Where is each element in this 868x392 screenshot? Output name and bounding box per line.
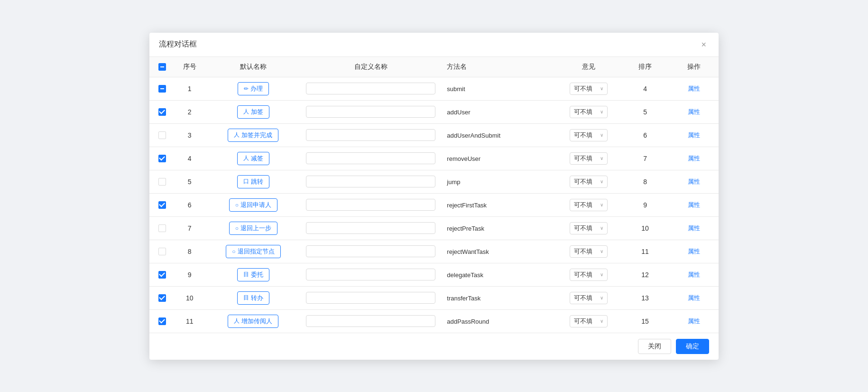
row-default-name-5: 口 跳转 xyxy=(204,170,303,193)
default-name-btn-8[interactable]: ○ 退回指定节点 xyxy=(226,245,280,258)
header-checkbox[interactable] xyxy=(158,63,166,71)
col-header-method-name: 方法名 xyxy=(439,57,557,77)
row-seq-2: 2 xyxy=(175,100,204,123)
row-method-name-8: rejectWantTask xyxy=(439,240,557,263)
action-link-7[interactable]: 属性 xyxy=(688,224,700,232)
row-default-name-1: ✏ 办理 xyxy=(204,77,303,100)
opinion-select-10[interactable]: 可不填 ∨ xyxy=(570,292,608,304)
custom-name-input-11[interactable] xyxy=(306,315,435,327)
default-name-btn-9[interactable]: 目 委托 xyxy=(237,268,269,281)
method-name-text-11: addPassRound xyxy=(447,318,489,325)
row-checkbox-cell xyxy=(149,309,175,333)
confirm-button[interactable]: 确定 xyxy=(676,339,709,354)
default-name-btn-5[interactable]: 口 跳转 xyxy=(237,175,269,188)
row-checkbox-8[interactable] xyxy=(158,248,166,255)
default-name-label-9: 委托 xyxy=(251,271,263,279)
cancel-button[interactable]: 关闭 xyxy=(638,339,671,354)
action-link-6[interactable]: 属性 xyxy=(688,201,700,208)
opinion-select-9[interactable]: 可不填 ∨ xyxy=(570,269,608,281)
opinion-select-2[interactable]: 可不填 ∨ xyxy=(570,106,608,118)
default-name-btn-7[interactable]: ○ 退回上一步 xyxy=(229,222,277,235)
row-checkbox-7[interactable] xyxy=(158,224,166,232)
opinion-dropdown-arrow-10: ∨ xyxy=(600,295,603,300)
method-name-text-4: removeUser xyxy=(447,155,480,162)
default-name-icon-4: 人 xyxy=(243,154,249,162)
action-link-2[interactable]: 属性 xyxy=(688,108,700,115)
opinion-select-7[interactable]: 可不填 ∨ xyxy=(570,222,608,234)
custom-name-input-7[interactable] xyxy=(306,222,435,234)
default-name-label-11: 增加传阅人 xyxy=(241,317,272,326)
row-checkbox-1[interactable] xyxy=(158,85,166,93)
opinion-select-8[interactable]: 可不填 ∨ xyxy=(570,245,608,258)
row-method-name-10: transferTask xyxy=(439,286,557,309)
row-checkbox-5[interactable] xyxy=(158,178,166,186)
default-name-btn-3[interactable]: 人 加签并完成 xyxy=(228,129,278,142)
method-name-text-5: jump xyxy=(447,178,460,186)
opinion-dropdown-arrow-3: ∨ xyxy=(600,132,603,138)
action-link-9[interactable]: 属性 xyxy=(688,271,700,278)
custom-name-input-3[interactable] xyxy=(306,129,435,141)
row-checkbox-11[interactable] xyxy=(158,317,166,325)
custom-name-input-5[interactable] xyxy=(306,176,435,187)
row-checkbox-cell xyxy=(149,286,175,309)
row-order-7: 10 xyxy=(620,216,669,240)
action-link-10[interactable]: 属性 xyxy=(688,294,700,301)
action-link-8[interactable]: 属性 xyxy=(688,248,700,255)
row-custom-name-11 xyxy=(302,309,439,333)
action-link-11[interactable]: 属性 xyxy=(688,317,700,325)
row-checkbox-4[interactable] xyxy=(158,155,166,162)
custom-name-input-2[interactable] xyxy=(306,106,435,118)
opinion-select-5[interactable]: 可不填 ∨ xyxy=(570,176,608,188)
row-default-name-11: 人 增加传阅人 xyxy=(204,309,303,333)
default-name-btn-10[interactable]: 目 转办 xyxy=(237,291,269,305)
row-opinion-3: 可不填 ∨ xyxy=(557,123,620,147)
opinion-select-11[interactable]: 可不填 ∨ xyxy=(570,315,608,327)
custom-name-input-1[interactable] xyxy=(306,83,435,94)
custom-name-input-9[interactable] xyxy=(306,269,435,280)
default-name-btn-1[interactable]: ✏ 办理 xyxy=(238,82,269,95)
custom-name-input-10[interactable] xyxy=(306,292,435,304)
action-link-4[interactable]: 属性 xyxy=(688,155,700,162)
action-link-3[interactable]: 属性 xyxy=(688,131,700,139)
opinion-value-8: 可不填 xyxy=(574,247,592,256)
default-name-label-7: 退回上一步 xyxy=(240,224,271,233)
opinion-dropdown-arrow-7: ∨ xyxy=(600,225,603,231)
row-checkbox-3[interactable] xyxy=(158,131,166,139)
table-header-row: 序号 默认名称 自定义名称 方法名 意见 排序 操作 xyxy=(149,57,719,77)
custom-name-input-4[interactable] xyxy=(306,152,435,164)
row-method-name-6: rejectFirstTask xyxy=(439,193,557,216)
row-opinion-2: 可不填 ∨ xyxy=(557,100,620,123)
default-name-btn-2[interactable]: 人 加签 xyxy=(237,105,269,119)
opinion-dropdown-arrow-11: ∨ xyxy=(600,318,603,324)
action-link-1[interactable]: 属性 xyxy=(688,85,700,92)
row-checkbox-6[interactable] xyxy=(158,201,166,209)
method-name-text-10: transferTask xyxy=(447,295,480,302)
close-button[interactable]: × xyxy=(698,39,709,50)
row-action-1: 属性 xyxy=(670,77,719,100)
table-row: 11 人 增加传阅人 addPassRound 可不填 ∨ 15 属性 xyxy=(149,309,719,333)
default-name-btn-11[interactable]: 人 增加传阅人 xyxy=(228,315,278,328)
opinion-select-4[interactable]: 可不填 ∨ xyxy=(570,152,608,165)
row-checkbox-2[interactable] xyxy=(158,108,166,116)
row-custom-name-6 xyxy=(302,193,439,216)
row-checkbox-10[interactable] xyxy=(158,294,166,302)
opinion-dropdown-arrow-5: ∨ xyxy=(600,179,603,184)
default-name-btn-4[interactable]: 人 减签 xyxy=(237,152,269,165)
opinion-select-6[interactable]: 可不填 ∨ xyxy=(570,199,608,211)
default-name-icon-6: ○ xyxy=(235,202,239,208)
row-checkbox-cell xyxy=(149,100,175,123)
opinion-value-9: 可不填 xyxy=(574,271,592,279)
default-name-btn-6[interactable]: ○ 退回申请人 xyxy=(229,198,277,212)
action-link-5[interactable]: 属性 xyxy=(688,178,700,185)
opinion-select-1[interactable]: 可不填 ∨ xyxy=(570,83,608,95)
row-checkbox-9[interactable] xyxy=(158,271,166,279)
row-default-name-9: 目 委托 xyxy=(204,263,303,286)
table-row: 3 人 加签并完成 addUserAndSubmit 可不填 ∨ 6 属性 xyxy=(149,123,719,147)
row-custom-name-1 xyxy=(302,77,439,100)
opinion-select-3[interactable]: 可不填 ∨ xyxy=(570,129,608,141)
default-name-icon-9: 目 xyxy=(243,271,249,279)
row-order-9: 12 xyxy=(620,263,669,286)
row-order-4: 7 xyxy=(620,147,669,170)
custom-name-input-8[interactable] xyxy=(306,245,435,257)
custom-name-input-6[interactable] xyxy=(306,199,435,211)
